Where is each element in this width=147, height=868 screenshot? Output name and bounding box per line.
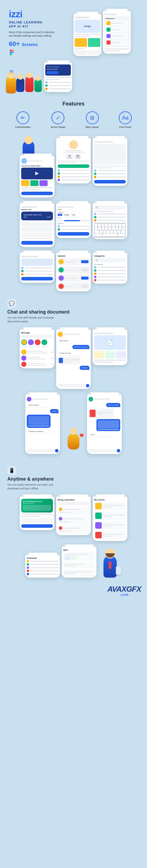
chat-3-input[interactable] — [89, 449, 116, 453]
chat-input[interactable] — [58, 384, 85, 388]
save-card-btn[interactable] — [21, 241, 53, 245]
search-input[interactable]: 🔍 — [94, 206, 126, 210]
msg-item-1[interactable]: 2m — [21, 349, 53, 354]
price-slider[interactable] — [58, 220, 89, 221]
layout-icon: ⊞ — [86, 111, 99, 124]
figma-badge — [9, 50, 54, 55]
thumb-1 — [75, 38, 87, 47]
msg-item-2[interactable]: 5m — [21, 355, 53, 361]
msg-search[interactable] — [21, 335, 53, 338]
qa-item-1[interactable] — [63, 552, 95, 561]
keyboard[interactable] — [94, 223, 126, 238]
file-attach — [89, 408, 114, 418]
filter-screen: 9:41●● Filter Category All Design Dev Pr… — [56, 201, 91, 238]
ph2-title — [104, 14, 117, 15]
q-1[interactable] — [58, 506, 89, 515]
phone-1-content: Design — [74, 14, 101, 56]
cat-1 — [105, 20, 128, 26]
anytime-icon-row: 📱 — [7, 466, 140, 475]
enroll-btn[interactable] — [21, 192, 53, 195]
phone-1-title — [75, 17, 90, 19]
ph1-stats — [75, 50, 100, 55]
mc-3[interactable] — [94, 521, 126, 530]
msg-item-3[interactable]: 1h — [21, 362, 53, 367]
screens-label: Screens — [22, 42, 38, 47]
q-2[interactable] — [58, 516, 89, 524]
list-1 — [45, 81, 71, 84]
start-btn[interactable] — [21, 524, 53, 528]
row3-phone-1: 9:41●● — [20, 251, 54, 283]
illustration-area: ?! 9:41●● Newton Finding and Your School — [0, 59, 147, 95]
mc-1[interactable] — [94, 502, 126, 510]
follow-btn[interactable] — [58, 164, 89, 168]
screen-phone-2: 9:41●● 12 Course 4.8 Rating — [56, 136, 91, 183]
ph1-bar2 — [75, 36, 90, 37]
mc-2[interactable] — [94, 512, 126, 520]
svg-rect-2 — [10, 51, 12, 53]
filter-tags: All Design Dev — [58, 214, 89, 216]
screen-phone-3: 9:41●● — [93, 136, 127, 186]
mc-4[interactable] — [94, 531, 126, 539]
online-avatars — [21, 339, 53, 348]
anytime-title: Anytime & anywhere — [7, 476, 140, 482]
qa-item-3[interactable] — [63, 569, 95, 576]
s-avatar-4 — [58, 284, 64, 289]
input-3[interactable] — [96, 157, 124, 162]
stat-1 — [75, 50, 87, 55]
svg-rect-3 — [10, 53, 12, 55]
avaxgfx-brand: AVAXGFX — [107, 585, 141, 593]
features-title: Features — [6, 101, 141, 107]
stat-2 — [88, 50, 101, 55]
anytime-row-2: 9:41●● Download — [0, 543, 147, 579]
q-3[interactable] — [58, 525, 89, 534]
qa-item-2[interactable] — [63, 562, 95, 568]
feature-fonts: Aa Free Fonts — [119, 111, 132, 128]
action-btn[interactable] — [94, 180, 126, 183]
user-avatar — [21, 158, 27, 164]
status-bar-1: 9:41 ●●● — [74, 12, 101, 14]
spacer-1 — [0, 131, 147, 134]
cat-search[interactable]: 🔍 — [94, 258, 126, 262]
chat-icon: 💬 — [7, 299, 16, 308]
input-2[interactable] — [96, 152, 124, 156]
screen-1-container: 9:41●● Course by Guilin Video — [20, 136, 54, 197]
s-avatar-2 — [58, 267, 64, 273]
search-screen: 9:41●● 🔍 — [93, 201, 127, 239]
chat-desc: You can chat with friends and exchange d… — [7, 316, 140, 323]
header-left: izzi ONLINE LEARNING APP UI KIT Most of … — [9, 9, 54, 55]
brand-name: izzi — [9, 9, 54, 20]
input-1[interactable] — [96, 146, 124, 151]
forum-search[interactable] — [58, 502, 89, 505]
feature-customizable: ✏ Customizable — [15, 111, 30, 128]
figma-icon — [9, 50, 15, 55]
chat-section-banner: 💬 Chat and sharing document You can chat… — [0, 293, 147, 326]
screens-row-2: 9:41●● Update card ●●●● ●●●● ●●●● 4242 V… — [0, 199, 147, 249]
doc-thumbs — [94, 351, 126, 359]
characters-illustration: ?! — [6, 61, 41, 93]
header-section: izzi ONLINE LEARNING APP UI KIT Most of … — [0, 0, 147, 59]
d-chat-input[interactable] — [27, 449, 54, 453]
s-btn-3[interactable] — [81, 277, 89, 280]
row3-left: 9:41●● — [20, 251, 54, 283]
phone-1-banner: Design — [75, 20, 100, 33]
chat-row-1: 9:41●● Message — [0, 326, 147, 391]
s-btn-4[interactable] — [81, 285, 89, 288]
ph1-bar1 — [75, 34, 100, 35]
doc-card — [58, 356, 80, 364]
chat-d-msgs: How's going? Great! Thanks for sharing — [27, 402, 58, 448]
screens-count-area: 60+ Screens — [9, 40, 54, 48]
d-send-btn[interactable] — [55, 449, 58, 453]
s-btn-2[interactable] — [81, 269, 89, 271]
apply-btn[interactable] — [58, 232, 89, 236]
chat-input-bar — [58, 384, 89, 388]
features-section: Features ✏ Customizable ⤢ Vector Shape ⊞… — [0, 95, 147, 131]
send-btn[interactable] — [86, 384, 89, 388]
customizable-icon: ✏ — [17, 111, 29, 124]
cat-bar-1 — [112, 23, 123, 24]
bubble-1: Hello there! — [58, 339, 83, 343]
hero-phone-2: 9:41 ●●● Categories — [103, 9, 131, 54]
bottom-spacer — [0, 598, 147, 602]
s-btn-1[interactable] — [81, 260, 89, 263]
student-list — [58, 258, 89, 290]
chat-3-send[interactable] — [117, 449, 120, 453]
